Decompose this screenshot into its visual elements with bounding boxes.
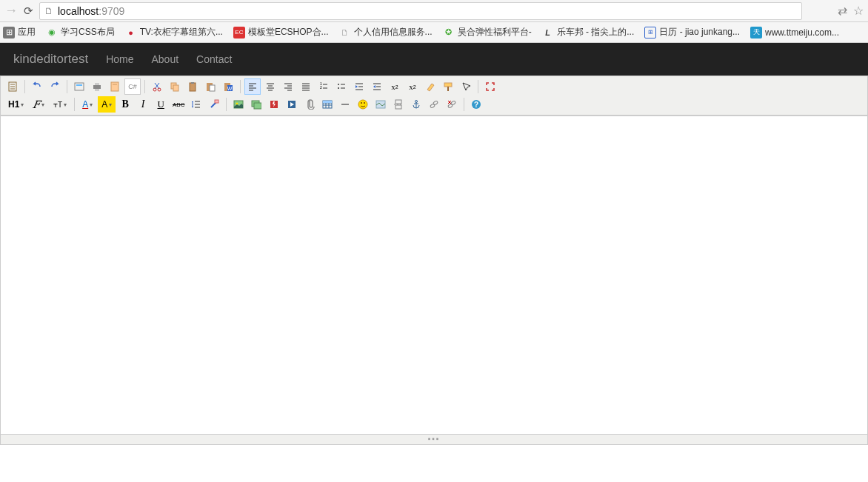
source-button[interactable] — [4, 78, 21, 95]
print-button[interactable] — [89, 78, 105, 95]
reload-button[interactable]: ⟳ — [24, 4, 33, 18]
translate-icon[interactable]: ⇄ — [838, 4, 847, 18]
orderedlist-button[interactable]: 12 — [316, 78, 332, 95]
template-button[interactable] — [107, 78, 123, 95]
justifycenter-button[interactable] — [262, 78, 278, 95]
bookmark-haohe[interactable]: ✪昊合弹性福利平台- — [443, 26, 532, 39]
flash-button[interactable] — [266, 96, 282, 113]
clearhtml-button[interactable] — [422, 78, 438, 95]
forward-arrow-icon: → — [4, 3, 18, 19]
separator — [24, 80, 25, 93]
media-button[interactable] — [284, 96, 300, 113]
italic-button[interactable]: I — [135, 96, 151, 113]
kindeditor-container: C# W 12 x2 x2 H1▾ 𝐹▾ — [0, 76, 868, 445]
plainpaste-button[interactable] — [202, 78, 218, 95]
justifyright-button[interactable] — [280, 78, 296, 95]
bookmark-ttmeiju[interactable]: 天www.ttmeiju.com... — [750, 27, 839, 39]
separator — [240, 80, 241, 93]
fullscreen-button[interactable] — [482, 78, 498, 95]
bookmark-label: TV:衣柜字幕组第六... — [140, 26, 223, 39]
separator — [144, 80, 145, 93]
svg-rect-57 — [215, 100, 218, 103]
hilitecolor-button[interactable]: A▾ — [98, 96, 116, 113]
address-bar[interactable]: 🗋 localhost:9709 — [39, 2, 802, 20]
chevron-down-icon: ▾ — [90, 101, 93, 108]
underline-button[interactable]: U — [153, 96, 169, 113]
editor-content-area[interactable] — [1, 116, 867, 434]
insertfile-button[interactable] — [301, 96, 318, 113]
bookmark-apps[interactable]: ⊞应用 — [3, 26, 36, 39]
baidumap-button[interactable] — [373, 96, 389, 113]
favicon-icon: ◉ — [46, 27, 58, 39]
removeformat-button[interactable] — [206, 96, 222, 113]
justifyfull-button[interactable] — [298, 78, 314, 95]
chevron-down-icon: ▾ — [64, 101, 67, 108]
page-icon: 🗋 — [339, 27, 351, 39]
strikethrough-button[interactable]: ABC — [170, 96, 187, 113]
preview-button[interactable] — [71, 78, 87, 95]
cut-button[interactable] — [149, 78, 165, 95]
outdent-button[interactable] — [369, 78, 385, 95]
app-navbar: kindeditortest Home About Contact — [0, 43, 868, 76]
chevron-down-icon: ▾ — [109, 101, 112, 108]
svg-rect-6 — [93, 85, 101, 89]
indent-button[interactable] — [351, 78, 367, 95]
anchor-button[interactable] — [408, 96, 424, 113]
fontname-button[interactable]: 𝐹▾ — [29, 96, 48, 113]
resize-handle[interactable]: ▪▪▪▪▪▪ — [419, 435, 449, 445]
separator — [74, 98, 75, 111]
redo-button[interactable] — [47, 78, 63, 95]
lineheight-button[interactable] — [188, 96, 204, 113]
chrome-actions: ⇄ ☆ — [838, 4, 864, 18]
superscript-button[interactable]: x2 — [404, 78, 421, 95]
bookmark-calendar[interactable]: ⊞日历 - jiao junkang... — [644, 26, 740, 39]
about-button[interactable]: ? — [468, 96, 484, 113]
emoticons-button[interactable] — [355, 96, 371, 113]
svg-rect-15 — [190, 83, 196, 91]
favicon-icon: ● — [125, 27, 137, 39]
bold-button[interactable]: B — [117, 96, 133, 113]
separator — [226, 98, 227, 111]
formatblock-button[interactable]: H1▾ — [4, 96, 27, 113]
nav-contact[interactable]: Contact — [196, 53, 232, 65]
unlink-button[interactable] — [444, 96, 460, 113]
copy-button[interactable] — [167, 78, 183, 95]
bookmark-credit[interactable]: 🗋个人信用信息服务... — [339, 26, 433, 39]
image-button[interactable] — [230, 96, 247, 113]
bookmark-css[interactable]: ◉学习CSS布局 — [46, 26, 115, 39]
nav-about[interactable]: About — [151, 53, 178, 65]
bookmark-ecshop[interactable]: EC模板堂ECSHOP合... — [233, 26, 329, 39]
multiimage-button[interactable] — [248, 96, 264, 113]
justifyleft-button[interactable] — [244, 78, 261, 95]
hr-button[interactable] — [337, 96, 353, 113]
paste-button[interactable] — [184, 78, 201, 95]
bookmark-leche[interactable]: L乐车邦 - 指尖上的... — [542, 26, 635, 39]
separator — [478, 80, 478, 93]
quickformat-button[interactable] — [440, 78, 456, 95]
pagebreak-button[interactable] — [390, 96, 407, 113]
link-button[interactable] — [426, 96, 442, 113]
undo-button[interactable] — [29, 78, 45, 95]
svg-point-73 — [364, 102, 365, 104]
wordpaste-button[interactable]: W — [220, 78, 236, 95]
svg-rect-76 — [395, 105, 401, 109]
subscript-button[interactable]: x2 — [387, 78, 403, 95]
svg-rect-5 — [76, 84, 82, 86]
bookmark-tv[interactable]: ●TV:衣柜字幕组第六... — [125, 26, 223, 39]
fontsize-button[interactable]: ᴛT▾ — [50, 96, 70, 113]
bookmark-label: 模板堂ECSHOP合... — [248, 26, 329, 39]
nav-home[interactable]: Home — [106, 53, 133, 65]
svg-point-71 — [358, 100, 367, 109]
bookmark-label: 昊合弹性福利平台- — [458, 26, 532, 39]
table-button[interactable] — [319, 96, 335, 113]
bookmarks-bar: ⊞应用 ◉学习CSS布局 ●TV:衣柜字幕组第六... EC模板堂ECSHOP合… — [0, 22, 868, 43]
code-button[interactable]: C# — [124, 78, 141, 95]
svg-rect-16 — [191, 82, 194, 84]
forecolor-button[interactable]: A▾ — [79, 96, 96, 113]
bookmark-label: 乐车邦 - 指尖上的... — [557, 26, 635, 39]
selectall-button[interactable] — [458, 78, 474, 95]
unorderedlist-button[interactable] — [333, 78, 350, 95]
brand[interactable]: kindeditortest — [13, 52, 88, 67]
bookmark-label: 日历 - jiao junkang... — [659, 26, 740, 39]
star-icon[interactable]: ☆ — [853, 4, 864, 18]
